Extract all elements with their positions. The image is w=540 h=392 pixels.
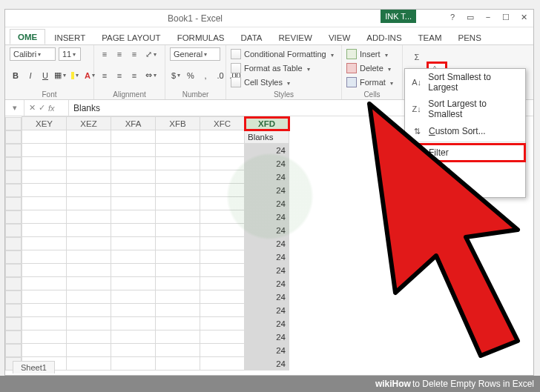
cell[interactable]: 24 <box>245 290 289 304</box>
cell[interactable] <box>111 277 156 290</box>
cell[interactable] <box>22 210 67 224</box>
cell[interactable] <box>200 170 245 184</box>
cell[interactable] <box>200 144 245 157</box>
sheet-tab[interactable]: Sheet1 <box>13 361 55 373</box>
row-header[interactable] <box>5 344 22 357</box>
menu-filter[interactable]: ▼FilterFilter <box>405 144 525 162</box>
cell[interactable]: 24 <box>245 264 289 277</box>
row-header[interactable] <box>5 157 22 170</box>
align-top-icon[interactable]: ≡ <box>99 47 111 61</box>
row-header[interactable] <box>5 250 22 264</box>
cell[interactable] <box>67 317 111 330</box>
maximize-icon[interactable]: ☐ <box>499 11 513 23</box>
cell[interactable]: 24 <box>245 317 289 330</box>
align-right-icon[interactable]: ≡ <box>128 69 140 82</box>
row-header[interactable] <box>5 130 22 144</box>
column-header[interactable]: XFC <box>200 117 245 130</box>
cell[interactable] <box>22 170 67 184</box>
cell[interactable] <box>200 290 245 304</box>
cell[interactable] <box>111 130 156 144</box>
percent-icon[interactable]: % <box>185 69 197 82</box>
cell[interactable] <box>67 237 111 250</box>
cell[interactable] <box>22 264 67 277</box>
cell[interactable]: 24 <box>245 210 289 224</box>
italic-button[interactable]: I <box>24 69 36 82</box>
cell[interactable] <box>111 290 156 304</box>
cell[interactable] <box>200 237 245 250</box>
cell[interactable] <box>200 304 245 317</box>
cell[interactable]: 24 <box>245 237 289 250</box>
font-size-select[interactable]: 11 <box>59 47 81 61</box>
cell[interactable]: 24 <box>245 197 289 210</box>
cell[interactable]: 24 <box>245 357 289 371</box>
cell[interactable] <box>156 330 200 344</box>
cell[interactable] <box>67 250 111 264</box>
column-header[interactable]: XFA <box>111 117 156 130</box>
tab-addins[interactable]: ADD-INS <box>359 30 409 44</box>
cell[interactable]: 24 <box>245 144 289 157</box>
enter-icon[interactable]: ✓ <box>39 103 45 113</box>
cell[interactable] <box>22 304 67 317</box>
increase-decimal-icon[interactable]: .0 <box>214 69 226 82</box>
cell[interactable] <box>156 237 200 250</box>
row-header[interactable] <box>5 144 22 157</box>
tab-insert[interactable]: INSERT <box>47 30 93 44</box>
cell[interactable] <box>156 264 200 277</box>
cell[interactable] <box>200 197 245 210</box>
cell[interactable]: 24 <box>245 170 289 184</box>
cell[interactable] <box>22 224 67 237</box>
merge-icon[interactable]: ⇔ <box>143 69 159 82</box>
autosum-icon[interactable]: Σ <box>410 50 424 64</box>
cell[interactable] <box>67 144 111 157</box>
align-bottom-icon[interactable]: ≡ <box>128 47 140 61</box>
cell[interactable] <box>67 197 111 210</box>
menu-sort-desc[interactable]: Z↓Sort Largest to Smallest <box>405 96 525 122</box>
cell-styles-button[interactable]: Cell Styles <box>231 76 337 89</box>
cell[interactable] <box>200 224 245 237</box>
cell[interactable] <box>156 304 200 317</box>
cell[interactable] <box>67 130 111 144</box>
cell[interactable] <box>67 157 111 170</box>
delete-button[interactable]: Delete <box>346 62 398 75</box>
row-header[interactable] <box>5 237 22 250</box>
format-button[interactable]: Format <box>346 76 398 89</box>
cell[interactable] <box>200 210 245 224</box>
cell[interactable]: 24 <box>245 344 289 357</box>
cell[interactable] <box>67 210 111 224</box>
cell[interactable] <box>67 330 111 344</box>
cell[interactable] <box>22 290 67 304</box>
column-header[interactable]: XEZ <box>67 117 111 130</box>
minimize-icon[interactable]: − <box>481 11 495 23</box>
align-center-icon[interactable]: ≡ <box>113 69 125 82</box>
format-as-table-button[interactable]: Format as Table <box>231 62 337 75</box>
menu-custom-sort[interactable]: ⇅CCustom Sort...ustom Sort... <box>405 122 525 140</box>
cell[interactable] <box>22 277 67 290</box>
cell[interactable] <box>67 304 111 317</box>
cell[interactable] <box>111 210 156 224</box>
cell[interactable] <box>22 250 67 264</box>
cell[interactable] <box>156 197 200 210</box>
cell[interactable] <box>156 344 200 357</box>
cell[interactable] <box>67 224 111 237</box>
cell[interactable] <box>156 317 200 330</box>
orientation-icon[interactable]: ⤢ <box>143 47 159 61</box>
cell[interactable] <box>200 277 245 290</box>
name-box-dropdown-icon[interactable]: ▾ <box>5 100 24 116</box>
tab-formulas[interactable]: FORMULAS <box>170 30 232 44</box>
column-header[interactable]: XFB <box>156 117 200 130</box>
cell[interactable] <box>111 317 156 330</box>
cell[interactable]: 24 <box>245 157 289 170</box>
cell[interactable]: 24 <box>245 304 289 317</box>
cell[interactable] <box>67 184 111 197</box>
cell[interactable] <box>111 250 156 264</box>
cell[interactable] <box>200 130 245 144</box>
tab-team[interactable]: TEAM <box>411 30 450 44</box>
fill-color-button[interactable] <box>69 69 81 82</box>
row-header[interactable] <box>5 264 22 277</box>
tab-home[interactable]: OME <box>10 29 45 44</box>
close-icon[interactable]: ✕ <box>517 11 530 23</box>
row-header[interactable] <box>5 330 22 344</box>
cell[interactable] <box>200 184 245 197</box>
tab-data[interactable]: DATA <box>234 30 270 44</box>
cell[interactable] <box>67 344 111 357</box>
